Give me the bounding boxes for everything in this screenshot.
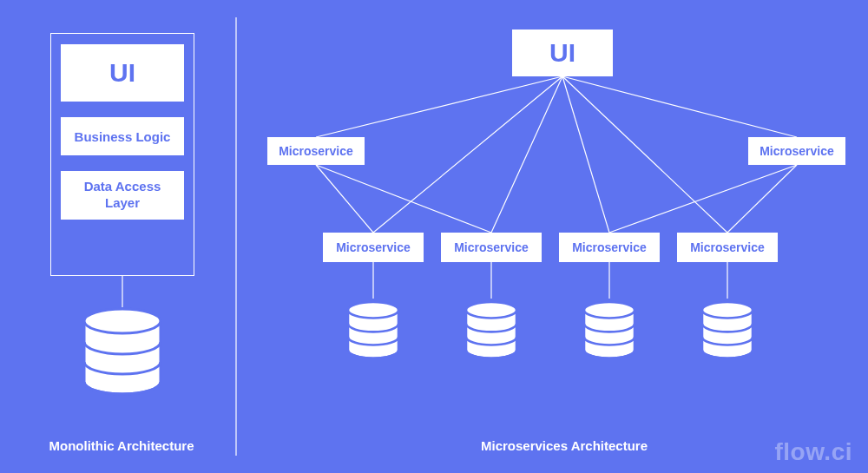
svg-line-7 bbox=[562, 76, 727, 233]
database-icon bbox=[581, 299, 638, 366]
watermark-logo: flow.ci bbox=[774, 438, 852, 466]
microservices-title: Microservices Architecture bbox=[434, 438, 694, 453]
svg-line-6 bbox=[562, 76, 609, 233]
monolith-business-logic-layer: Business Logic bbox=[61, 117, 184, 155]
microservice-bottom-2: Microservice bbox=[441, 233, 542, 262]
database-icon bbox=[345, 299, 402, 366]
svg-line-8 bbox=[316, 165, 373, 233]
micro-ui-box: UI bbox=[512, 30, 613, 76]
svg-line-3 bbox=[562, 76, 797, 137]
svg-point-17 bbox=[84, 309, 161, 333]
microservice-bottom-4: Microservice bbox=[677, 233, 778, 262]
svg-point-19 bbox=[348, 302, 398, 318]
microservice-bottom-3: Microservice bbox=[559, 233, 660, 262]
svg-point-23 bbox=[584, 302, 635, 318]
architecture-diagram: UI Business Logic Data Access Layer Mono… bbox=[0, 0, 868, 473]
svg-point-21 bbox=[466, 302, 516, 318]
svg-line-11 bbox=[727, 165, 797, 233]
database-icon bbox=[699, 299, 756, 366]
monolith-ui-layer: UI bbox=[61, 44, 184, 102]
svg-line-9 bbox=[316, 165, 491, 233]
monolith-title: Monolithic Architecture bbox=[35, 438, 208, 453]
svg-point-25 bbox=[702, 302, 753, 318]
microservice-top-left: Microservice bbox=[267, 137, 365, 165]
svg-line-4 bbox=[373, 76, 562, 233]
monolith-data-access-layer: Data Access Layer bbox=[61, 171, 184, 220]
svg-line-5 bbox=[491, 76, 562, 233]
database-icon bbox=[463, 299, 520, 366]
database-icon bbox=[79, 307, 166, 403]
microservice-top-right: Microservice bbox=[748, 137, 845, 165]
svg-line-10 bbox=[609, 165, 797, 233]
svg-line-2 bbox=[316, 76, 562, 137]
microservice-bottom-1: Microservice bbox=[323, 233, 424, 262]
